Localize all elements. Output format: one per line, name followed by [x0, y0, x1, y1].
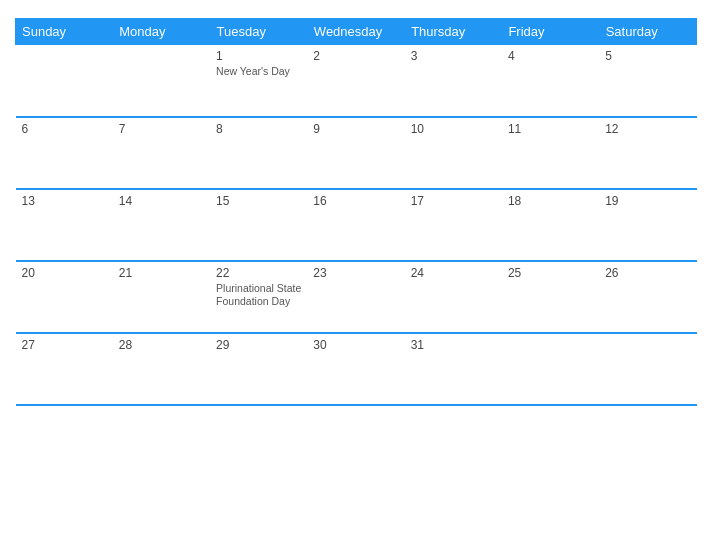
calendar-cell: 14 [113, 189, 210, 261]
day-number: 8 [216, 122, 301, 136]
calendar-cell: 23 [307, 261, 404, 333]
day-number: 13 [22, 194, 107, 208]
calendar-cell: 6 [16, 117, 113, 189]
calendar-thead: SundayMondayTuesdayWednesdayThursdayFrid… [16, 19, 697, 45]
calendar-cell: 20 [16, 261, 113, 333]
day-number: 11 [508, 122, 593, 136]
day-number: 24 [411, 266, 496, 280]
week-row-2: 6789101112 [16, 117, 697, 189]
day-number: 15 [216, 194, 301, 208]
holiday-name: New Year's Day [216, 65, 301, 79]
weekday-header-thursday: Thursday [405, 19, 502, 45]
calendar-cell [113, 45, 210, 117]
calendar-cell: 28 [113, 333, 210, 405]
day-number: 2 [313, 49, 398, 63]
day-number: 25 [508, 266, 593, 280]
calendar-cell: 4 [502, 45, 599, 117]
day-number: 6 [22, 122, 107, 136]
calendar-cell: 31 [405, 333, 502, 405]
day-number: 14 [119, 194, 204, 208]
weekday-header-monday: Monday [113, 19, 210, 45]
day-number: 28 [119, 338, 204, 352]
calendar-cell: 24 [405, 261, 502, 333]
weekday-header-wednesday: Wednesday [307, 19, 404, 45]
day-number: 1 [216, 49, 301, 63]
day-number: 27 [22, 338, 107, 352]
calendar-cell: 11 [502, 117, 599, 189]
calendar-tbody: 1New Year's Day2345678910111213141516171… [16, 45, 697, 405]
day-number: 4 [508, 49, 593, 63]
week-row-4: 202122Plurinational State Foundation Day… [16, 261, 697, 333]
holiday-name: Plurinational State Foundation Day [216, 282, 301, 309]
day-number: 3 [411, 49, 496, 63]
calendar-cell: 30 [307, 333, 404, 405]
calendar-cell [599, 333, 696, 405]
calendar-cell [16, 45, 113, 117]
weekday-header-friday: Friday [502, 19, 599, 45]
week-row-5: 2728293031 [16, 333, 697, 405]
day-number: 12 [605, 122, 690, 136]
calendar-cell: 26 [599, 261, 696, 333]
day-number: 22 [216, 266, 301, 280]
calendar-cell: 9 [307, 117, 404, 189]
day-number: 30 [313, 338, 398, 352]
calendar-cell: 5 [599, 45, 696, 117]
day-number: 23 [313, 266, 398, 280]
calendar-cell: 17 [405, 189, 502, 261]
calendar-cell: 1New Year's Day [210, 45, 307, 117]
day-number: 17 [411, 194, 496, 208]
day-number: 31 [411, 338, 496, 352]
calendar-cell: 21 [113, 261, 210, 333]
day-number: 19 [605, 194, 690, 208]
day-number: 26 [605, 266, 690, 280]
calendar-cell: 16 [307, 189, 404, 261]
week-row-3: 13141516171819 [16, 189, 697, 261]
weekday-header-saturday: Saturday [599, 19, 696, 45]
day-number: 9 [313, 122, 398, 136]
calendar-cell: 18 [502, 189, 599, 261]
day-number: 18 [508, 194, 593, 208]
calendar-cell: 13 [16, 189, 113, 261]
weekday-header-tuesday: Tuesday [210, 19, 307, 45]
day-number: 29 [216, 338, 301, 352]
day-number: 10 [411, 122, 496, 136]
calendar-cell: 3 [405, 45, 502, 117]
calendar-cell [502, 333, 599, 405]
calendar-cell: 7 [113, 117, 210, 189]
calendar-cell: 8 [210, 117, 307, 189]
calendar-cell: 19 [599, 189, 696, 261]
weekday-header-sunday: Sunday [16, 19, 113, 45]
day-number: 21 [119, 266, 204, 280]
calendar-cell: 27 [16, 333, 113, 405]
calendar-cell: 25 [502, 261, 599, 333]
calendar-table: SundayMondayTuesdayWednesdayThursdayFrid… [15, 18, 697, 406]
day-number: 16 [313, 194, 398, 208]
calendar-cell: 15 [210, 189, 307, 261]
calendar-cell: 10 [405, 117, 502, 189]
calendar-cell: 2 [307, 45, 404, 117]
calendar-cell: 22Plurinational State Foundation Day [210, 261, 307, 333]
day-number: 7 [119, 122, 204, 136]
week-row-1: 1New Year's Day2345 [16, 45, 697, 117]
weekday-header-row: SundayMondayTuesdayWednesdayThursdayFrid… [16, 19, 697, 45]
calendar-wrapper: SundayMondayTuesdayWednesdayThursdayFrid… [0, 0, 712, 550]
day-number: 5 [605, 49, 690, 63]
day-number: 20 [22, 266, 107, 280]
calendar-cell: 12 [599, 117, 696, 189]
calendar-cell: 29 [210, 333, 307, 405]
